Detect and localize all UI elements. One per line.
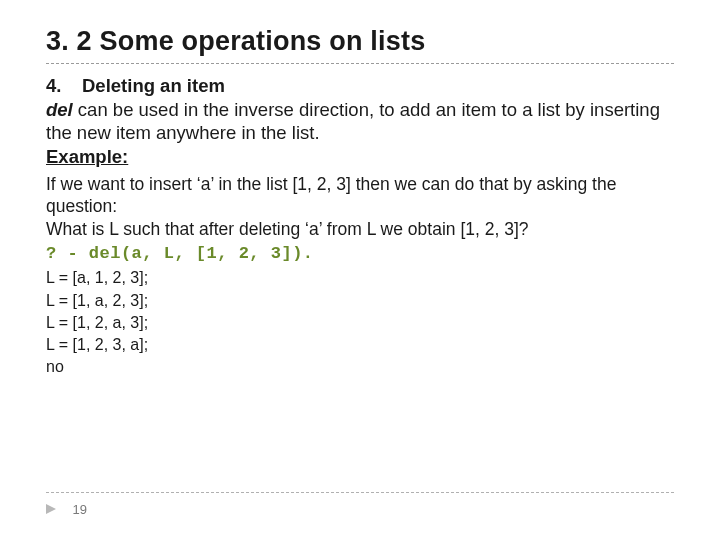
svg-marker-0 [46, 504, 56, 514]
question-line: What is L such that after deleting ‘a’ f… [46, 219, 674, 240]
result-line: L = [1, a, 2, 3]; [46, 290, 674, 312]
del-keyword: del [46, 99, 73, 120]
footer-arrow-icon [46, 500, 60, 518]
footer-rule [46, 492, 674, 493]
result-line: L = [1, 2, a, 3]; [46, 312, 674, 334]
list-heading: Deleting an item [82, 75, 225, 96]
result-line: L = [a, 1, 2, 3]; [46, 267, 674, 289]
slide: 3. 2 Some operations on lists 4. Deletin… [0, 0, 720, 540]
result-lines: L = [a, 1, 2, 3]; L = [1, a, 2, 3]; L = … [46, 267, 674, 377]
example-label: Example: [46, 146, 128, 167]
body-paragraph-2: If we want to insert ‘a’ in the list [1,… [46, 173, 674, 218]
list-number: 4. [46, 75, 61, 96]
prolog-query: ? - del(a, L, [1, 2, 3]). [46, 244, 674, 263]
body-paragraph-1: 4. Deleting an item del can be used in t… [46, 74, 674, 169]
body-rest-1: can be used in the inverse direction, to… [46, 99, 660, 144]
result-line: no [46, 356, 674, 378]
result-line: L = [1, 2, 3, a]; [46, 334, 674, 356]
footer: 19 [46, 492, 674, 518]
title-underline [46, 63, 674, 64]
page-number: 19 [72, 502, 86, 517]
slide-title: 3. 2 Some operations on lists [46, 26, 674, 57]
